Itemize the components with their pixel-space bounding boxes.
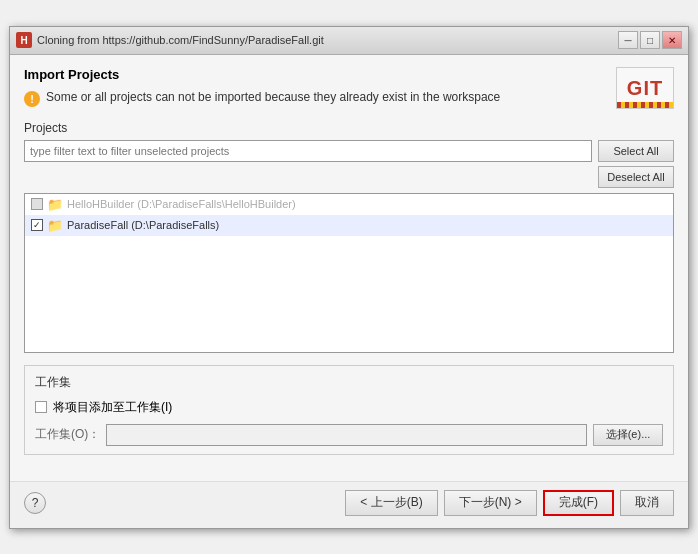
filter-input[interactable] — [24, 140, 592, 162]
add-to-workset-label: 将项目添加至工作集(I) — [53, 399, 172, 416]
list-item[interactable]: ✓ 📁 ParadiseFall (D:\ParadiseFalls) — [25, 215, 673, 236]
warning-row: ! Some or all projects can not be import… — [24, 90, 606, 107]
select-all-button[interactable]: Select All — [598, 140, 674, 162]
import-projects-title: Import Projects — [24, 67, 606, 82]
projects-label: Projects — [24, 121, 674, 135]
cancel-button[interactable]: 取消 — [620, 490, 674, 516]
filter-and-buttons-row: Select All Deselect All — [24, 140, 674, 188]
project-checkbox-paradisefall[interactable]: ✓ — [31, 219, 43, 231]
footer: ? < 上一步(B) 下一步(N) > 完成(F) 取消 — [10, 481, 688, 528]
projects-list: 📁 HelloHBuilder (D:\ParadiseFalls\HelloH… — [24, 193, 674, 353]
select-all-column: Select All Deselect All — [598, 140, 674, 188]
minimize-button[interactable]: ─ — [618, 31, 638, 49]
title-bar: H Cloning from https://github.com/FindSu… — [10, 27, 688, 55]
next-button[interactable]: 下一步(N) > — [444, 490, 537, 516]
header-main: Import Projects ! Some or all projects c… — [24, 67, 606, 121]
folder-icon-2: 📁 — [47, 218, 63, 233]
warning-icon: ! — [24, 91, 40, 107]
help-button[interactable]: ? — [24, 492, 46, 514]
window-title: Cloning from https://github.com/FindSunn… — [37, 34, 324, 46]
header-area: Import Projects ! Some or all projects c… — [24, 67, 674, 121]
project-name-paradisefall: ParadiseFall (D:\ParadiseFalls) — [67, 219, 219, 231]
list-item[interactable]: 📁 HelloHBuilder (D:\ParadiseFalls\HelloH… — [25, 194, 673, 215]
workset-input[interactable] — [106, 424, 587, 446]
git-logo-text: GIT — [627, 78, 663, 98]
back-button[interactable]: < 上一步(B) — [345, 490, 437, 516]
main-window: H Cloning from https://github.com/FindSu… — [9, 26, 689, 529]
folder-icon: 📁 — [47, 197, 63, 212]
git-logo: GIT — [616, 67, 674, 109]
workset-section: 工作集 将项目添加至工作集(I) 工作集(O)： 选择(e)... — [24, 365, 674, 455]
git-logo-stripe2 — [617, 102, 673, 108]
dialog-content: Import Projects ! Some or all projects c… — [10, 55, 688, 481]
title-controls: ─ □ ✕ — [618, 31, 682, 49]
close-button[interactable]: ✕ — [662, 31, 682, 49]
project-name-hellohbuilder: HelloHBuilder (D:\ParadiseFalls\HelloHBu… — [67, 198, 296, 210]
title-bar-left: H Cloning from https://github.com/FindSu… — [16, 32, 324, 48]
workset-title: 工作集 — [35, 374, 663, 391]
add-to-workset-row: 将项目添加至工作集(I) — [35, 399, 663, 416]
footer-left: ? — [24, 492, 46, 514]
workset-selector-row: 工作集(O)： 选择(e)... — [35, 424, 663, 446]
workset-label: 工作集(O)： — [35, 426, 100, 443]
project-checkbox-hellohbuilder[interactable] — [31, 198, 43, 210]
deselect-all-button[interactable]: Deselect All — [598, 166, 674, 188]
workset-select-button[interactable]: 选择(e)... — [593, 424, 663, 446]
warning-text: Some or all projects can not be imported… — [46, 90, 606, 104]
footer-right: < 上一步(B) 下一步(N) > 完成(F) 取消 — [345, 490, 674, 516]
app-icon: H — [16, 32, 32, 48]
add-to-workset-checkbox[interactable] — [35, 401, 47, 413]
finish-button[interactable]: 完成(F) — [543, 490, 614, 516]
maximize-button[interactable]: □ — [640, 31, 660, 49]
